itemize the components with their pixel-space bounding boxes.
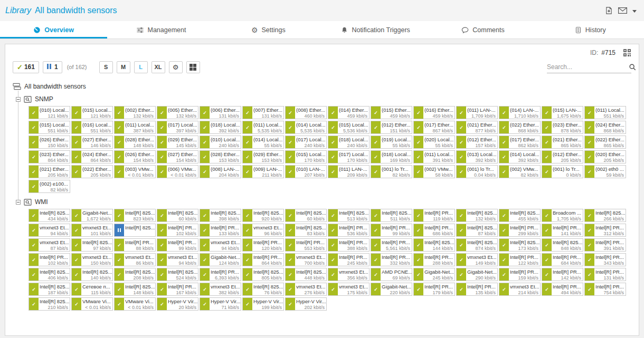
sensor-tile[interactable]: ✓Hyper-V Vir...202 kbit/s: [285, 297, 327, 311]
sensor-tile[interactable]: ✓(011) Local...391 kbit/s: [413, 150, 455, 163]
sensor-tile[interactable]: ✓(010) Local...240 kbit/s: [200, 136, 241, 149]
sensor-tile[interactable]: ✓(016) Local...551 kbit/s: [71, 121, 113, 134]
sensor-tile[interactable]: ✓Intel[R] 825...140 kbit/s: [71, 268, 113, 281]
sensor-tile[interactable]: ✓(017) Ether...862 kbit/s: [499, 136, 541, 149]
sensor-tile[interactable]: ✓(019) Local...55 kbit/s: [371, 136, 412, 149]
sensor-tile[interactable]: ✓Intel[R] 825...524 kbit/s: [157, 268, 198, 281]
sensor-tile[interactable]: ✓vmxnet3 Et...149 kbit/s: [456, 253, 498, 266]
sensor-tile[interactable]: ✓(002) VMw...58 kbit/s: [413, 165, 455, 178]
sensor-tile[interactable]: ✓(012) Ether...157 kbit/s: [456, 136, 498, 149]
sensor-tile[interactable]: ✓Intel[R] PR...864 kbit/s: [242, 253, 284, 266]
sensor-tile[interactable]: ✓vmxnet3 Et...94 kbit/s: [200, 238, 241, 252]
collapse-toggle-icon[interactable]: [16, 200, 21, 205]
sensor-tile[interactable]: ✓vmxnet3 Et...94 kbit/s: [157, 253, 198, 266]
sensor-tile[interactable]: ✓(017) Ether...867 kbit/s: [413, 121, 455, 134]
sensor-tile[interactable]: ✓vmxnet3 Et...276 kbit/s: [285, 283, 327, 296]
sensor-tile[interactable]: ✓(010) Local...121 kbit/s: [29, 106, 70, 119]
sensor-tile[interactable]: ✓(018) Local...169 kbit/s: [371, 150, 412, 163]
sensor-tile[interactable]: ✓(008) LAN-...204 kbit/s: [200, 165, 241, 178]
sensor-tile[interactable]: ✓(014) LAN-...1,710 kbit/s: [499, 106, 541, 119]
sensor-tile[interactable]: ✓(015) LAN-...1,675 kbit/s: [542, 106, 583, 119]
sensor-tile[interactable]: ✓(011) Local...387 kbit/s: [114, 121, 156, 134]
sensor-tile[interactable]: ✓(014) Local...392 kbit/s: [499, 150, 541, 163]
size-button-m[interactable]: M: [117, 61, 130, 73]
sensor-tile[interactable]: ✓(014) Ether...459 kbit/s: [328, 106, 370, 119]
gear-icon[interactable]: ⚙: [169, 61, 183, 73]
size-button-s[interactable]: S: [99, 61, 113, 73]
sensor-tile[interactable]: ✓vmxnet3 Et...96 kbit/s: [242, 224, 284, 237]
sensor-tile[interactable]: ✓(001) lo Tr...0.04 kbit/s: [456, 165, 498, 178]
sensor-tile[interactable]: ✓(014) Local...5,535 kbit/s: [285, 121, 327, 134]
sensor-tile[interactable]: ✓VMware Vi...< 0.01 kbit/s: [71, 297, 113, 311]
sensor-tile[interactable]: ✓Intel[R] PR...391 kbit/s: [584, 238, 626, 252]
sensor-tile[interactable]: ✓Intel[R] 825...187 kbit/s: [29, 283, 70, 296]
sensor-tile[interactable]: ✓Gigabit-Net...1,672 kbit/s: [71, 209, 113, 222]
sensor-tile[interactable]: ✓Intel[R] PR...245 kbit/s: [328, 253, 370, 266]
sensor-tile[interactable]: ✓vmxnet3 Et...101 kbit/s: [71, 224, 113, 237]
sensor-tile[interactable]: ✓Intel[R] 825...511 kbit/s: [371, 209, 412, 222]
sensor-tile[interactable]: ✓Intel[R] 825...266 kbit/s: [584, 209, 626, 222]
sensor-tile[interactable]: ✓Hyper-V Vir...199 kbit/s: [242, 297, 284, 311]
sensor-tile[interactable]: ✓(013) Local...392 kbit/s: [456, 150, 498, 163]
sensor-tile[interactable]: ✓(008) Ether...460 kbit/s: [285, 106, 327, 119]
sensor-tile[interactable]: ✓Intel[R] 825...406 kbit/s: [29, 268, 70, 281]
sensor-tile[interactable]: ✓(020) Ether...205 kbit/s: [584, 150, 626, 163]
tile-view-icon[interactable]: [186, 61, 200, 73]
sensor-tile[interactable]: ✓Intel[R] 825...823 kbit/s: [114, 209, 156, 222]
sensor-tile[interactable]: ✓Intel[R] 825...455 kbit/s: [499, 209, 541, 222]
qr-code-icon[interactable]: [623, 49, 631, 57]
sensor-tile[interactable]: ✓Gigabit-Net...124 kbit/s: [200, 253, 241, 266]
sensor-tile[interactable]: ✓Intel[R] PR...119 kbit/s: [413, 209, 455, 222]
sensor-tile[interactable]: ✓(026) Ether...154 kbit/s: [114, 150, 156, 163]
sensor-tile[interactable]: ✓Intel[R] 825...848 kbit/s: [542, 238, 583, 252]
sensor-tile[interactable]: ✓Intel[R] PR...179 kbit/s: [413, 283, 455, 296]
sensor-tile[interactable]: ✓Hyper-V Vir...20 kbit/s: [157, 297, 198, 311]
search-input[interactable]: [547, 63, 629, 71]
sensor-tile[interactable]: ✓(021) Ether...877 kbit/s: [456, 121, 498, 134]
sensor-tile[interactable]: ✓(024) Ether...868 kbit/s: [584, 121, 626, 134]
sensor-tile[interactable]: ✓(018) Local...240 kbit/s: [328, 136, 370, 149]
sensor-tile[interactable]: ✓Intel[R] 825...60 kbit/s: [285, 209, 327, 222]
sensor-tile[interactable]: ✓Intel[R] PR...343 kbit/s: [584, 253, 626, 266]
sensor-tile[interactable]: ✓Intel[R] 825...398 kbit/s: [200, 209, 241, 222]
sensor-tile[interactable]: ✓Intel[R] PR...299 kbit/s: [499, 224, 541, 237]
sensor-tile[interactable]: ✓AMD PCNE...69 kbit/s: [371, 268, 412, 281]
sensor-tile[interactable]: ✓Сетевое п...115 kbit/s: [71, 283, 113, 296]
sensor-tile[interactable]: ✓Gigabit-Net...290 kbit/s: [456, 268, 498, 281]
size-button-xl[interactable]: XL: [151, 61, 165, 73]
sensor-tile[interactable]: ✓Intel[R] PR...142 kbit/s: [542, 268, 583, 281]
sensor-tile[interactable]: ✓(017) Local...240 kbit/s: [285, 136, 327, 149]
sensor-tile[interactable]: ✓(028) Ether...153 kbit/s: [200, 150, 241, 163]
sensor-tile[interactable]: ✓Intel[R] 825...132 kbit/s: [456, 209, 498, 222]
sensor-tile[interactable]: ✓(015) Local...170 kbit/s: [285, 150, 327, 163]
tab-comments[interactable]: Comments: [429, 21, 536, 38]
sensor-tile[interactable]: ✓vmxnet3 Et...94 kbit/s: [29, 224, 70, 237]
tab-history[interactable]: History: [537, 21, 644, 38]
sensor-tile[interactable]: ✓Intel[R] 825...210 kbit/s: [29, 297, 70, 311]
sensor-tile[interactable]: ✓Intel[R] 825...208 kbit/s: [114, 268, 156, 281]
sensor-tile[interactable]: ✓(010) LAN-...207 kbit/s: [285, 165, 327, 178]
sensor-tile[interactable]: ✓VMware Vi...< 0.01 kbit/s: [114, 297, 156, 311]
sensor-tile[interactable]: ✓(002) eth0 ...59 kbit/s: [584, 165, 626, 178]
sensor-tile[interactable]: ✓Intel[R] 825...874 kbit/s: [456, 238, 498, 252]
sensor-tile[interactable]: ✓(011) Local...5,535 kbit/s: [242, 121, 284, 134]
sensor-tile[interactable]: ✓Intel[R] PR...131 kbit/s: [584, 268, 626, 281]
sensor-tile[interactable]: ✓(022) Ether...865 kbit/s: [584, 136, 626, 149]
sensor-tile[interactable]: ✓Intel[R] PR...6,393 kbit/s: [200, 268, 241, 281]
sensor-tile[interactable]: ✓Intel[R] PR...684 kbit/s: [542, 253, 583, 266]
sensor-tile[interactable]: ✓(006) Ether...131 kbit/s: [200, 106, 241, 119]
sensor-tile[interactable]: ✓Broadcom ...1,705 kbit/s: [542, 209, 583, 222]
sensor-tile[interactable]: ✓(021) Ether...865 kbit/s: [542, 136, 583, 149]
sensor-tile[interactable]: ✓Intel[R] PR...120 kbit/s: [242, 238, 284, 252]
sensor-tile[interactable]: ✓Intel[R] PR...159 kbit/s: [499, 268, 541, 281]
sensor-tile[interactable]: ✓Intel[R] PR...332 kbit/s: [371, 253, 412, 266]
sensor-tile[interactable]: ✓Intel[R] PR...167 kbit/s: [157, 283, 198, 296]
sensor-tile[interactable]: ✓Intel[R] 825...97 kbit/s: [71, 238, 113, 252]
sensor-tile[interactable]: ✓Intel[R] 825...76 kbit/s: [242, 283, 284, 296]
sensor-tile[interactable]: ✓vmxnet3 Et...214 kbit/s: [499, 283, 541, 296]
sensor-tile[interactable]: ✓vmxnet3 Et...175 kbit/s: [328, 283, 370, 296]
sensor-tile[interactable]: ✓Gigabit-Net...220 kbit/s: [371, 283, 412, 296]
sensor-tile[interactable]: ✓Intel[R] 825...920 kbit/s: [242, 209, 284, 222]
sensor-tile[interactable]: ✓Intel[R] PR...494 kbit/s: [542, 283, 583, 296]
sensor-tile[interactable]: ✓Hyper-V Vir...71 kbit/s: [200, 297, 241, 311]
